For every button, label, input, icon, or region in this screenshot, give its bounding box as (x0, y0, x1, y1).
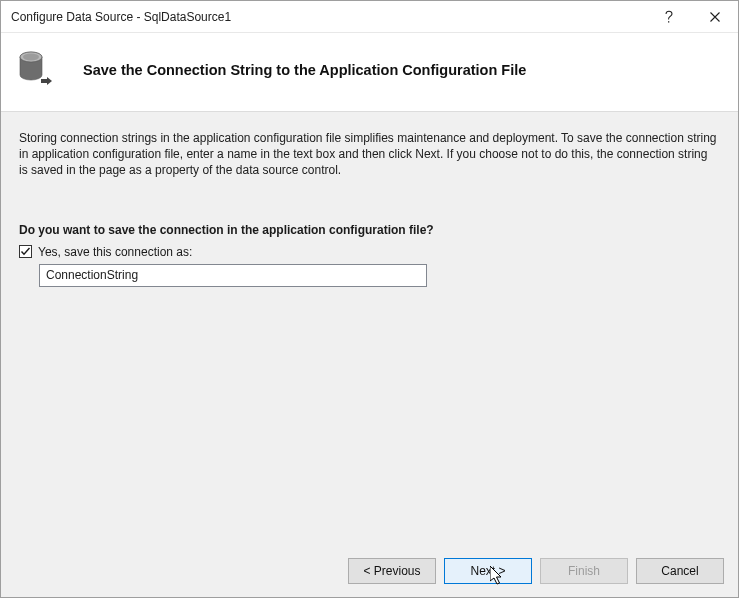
save-question: Do you want to save the connection in th… (19, 223, 720, 237)
titlebar: Configure Data Source - SqlDataSource1 (1, 1, 738, 33)
svg-point-2 (23, 54, 39, 61)
save-checkbox-row: Yes, save this connection as: (19, 245, 720, 259)
wizard-header: Save the Connection String to the Applic… (1, 33, 738, 112)
connection-name-input[interactable]: ConnectionString (39, 264, 427, 287)
finish-button: Finish (540, 558, 628, 584)
connection-name-value: ConnectionString (46, 268, 138, 282)
cancel-button[interactable]: Cancel (636, 558, 724, 584)
previous-button[interactable]: < Previous (348, 558, 436, 584)
save-checkbox[interactable] (19, 245, 32, 258)
help-button[interactable] (646, 1, 692, 33)
window-title: Configure Data Source - SqlDataSource1 (11, 10, 646, 24)
next-button[interactable]: Next > (444, 558, 532, 584)
database-icon (19, 51, 53, 89)
wizard-body: Storing connection strings in the applic… (1, 112, 738, 545)
close-button[interactable] (692, 1, 738, 33)
page-title: Save the Connection String to the Applic… (83, 62, 526, 78)
intro-text: Storing connection strings in the applic… (19, 130, 719, 179)
save-checkbox-label: Yes, save this connection as: (38, 245, 192, 259)
wizard-footer: < Previous Next > Finish Cancel (1, 545, 738, 597)
wizard-window: Configure Data Source - SqlDataSource1 S… (0, 0, 739, 598)
